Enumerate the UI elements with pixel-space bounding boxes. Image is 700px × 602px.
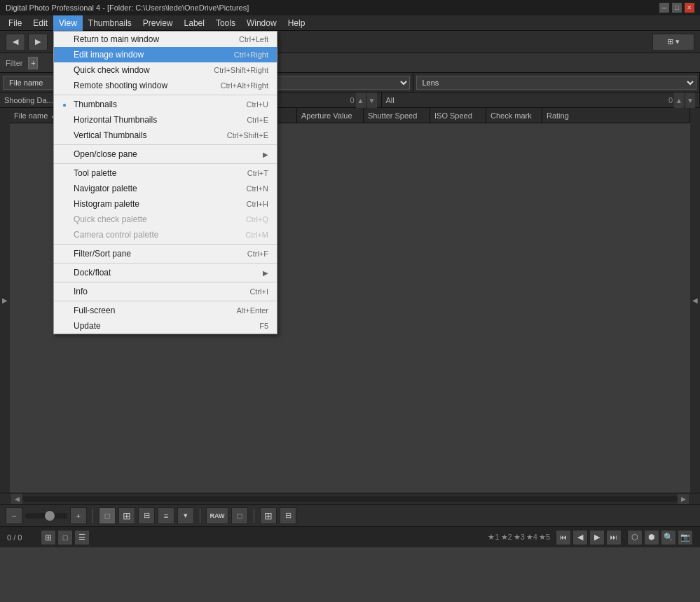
status-bar: 0 / 0 ⊞ □ ☰ ★1 ★2 ★3 ★4 ★5 ⏮ ◀ ▶ ⏭ ⬡ ⬢ 🔍… xyxy=(0,526,700,547)
menu-thumbnails[interactable]: Thumbnails xyxy=(83,15,137,31)
menu-thumbnails[interactable]: ● Thumbnails Ctrl+U xyxy=(54,97,277,112)
file-count: 0 / 0 xyxy=(7,533,35,542)
grid-btn2[interactable]: ⊟ xyxy=(280,507,296,524)
sep-7 xyxy=(54,301,277,301)
lens-scroll-up[interactable]: ▲ xyxy=(674,93,684,108)
menu-window[interactable]: Window xyxy=(241,15,282,31)
view-more-btn[interactable]: ▾ xyxy=(177,507,194,524)
menu-full-screen[interactable]: Full-screen Alt+Enter xyxy=(54,303,277,318)
view-list-btn[interactable]: ≡ xyxy=(158,507,174,524)
arrow-pane: ▶ xyxy=(263,151,268,158)
rating-label: ★1 xyxy=(488,533,499,542)
col-header-rating[interactable]: Rating xyxy=(542,108,690,123)
menu-tool-palette[interactable]: Tool palette Ctrl+T xyxy=(54,165,277,181)
menu-quick-check-palette[interactable]: Quick check palette Ctrl+Q xyxy=(54,212,277,227)
export-btn2[interactable]: ⬢ xyxy=(644,530,659,545)
menu-vertical-thumbnails[interactable]: Vertical Thumbnails Ctrl+Shift+E xyxy=(54,128,277,143)
close-button[interactable]: ✕ xyxy=(685,3,694,13)
camera-scroll-down[interactable]: ▼ xyxy=(367,93,377,108)
menu-edit-image-window[interactable]: Edit image window Ctrl+Right xyxy=(54,47,277,62)
raw-btn[interactable]: RAW xyxy=(206,507,228,524)
toolbar-btn-1[interactable]: ◀ xyxy=(6,34,25,50)
view-grid3-btn[interactable]: ⊟ xyxy=(138,507,155,524)
menu-tools[interactable]: Tools xyxy=(210,15,241,31)
nav-prev-btn[interactable]: ◀ xyxy=(572,530,588,545)
rating-nav-btns: ★1 ★2 ★3 ★4 ★5 xyxy=(488,533,550,542)
export-btns: ⬡ ⬢ 🔍 📷 xyxy=(627,530,693,545)
menu-dock-float[interactable]: Dock/float ▶ xyxy=(54,265,277,280)
camera-scroll-up[interactable]: ▲ xyxy=(356,93,366,108)
view-single-btn[interactable]: □ xyxy=(99,507,116,524)
menu-histogram-palette[interactable]: Histogram palette Ctrl+H xyxy=(54,196,277,212)
sep-2 xyxy=(54,144,277,145)
menu-horizontal-thumbnails[interactable]: Horizontal Thumbnails Ctrl+E xyxy=(54,112,277,128)
minimize-button[interactable]: ─ xyxy=(659,3,669,13)
lens-dropdown: Lens xyxy=(413,73,701,93)
sep-5 xyxy=(54,263,277,264)
view-dropdown-menu: Return to main window Ctrl+Left Edit ima… xyxy=(53,31,277,334)
menu-navigator-palette[interactable]: Navigator palette Ctrl+N xyxy=(54,181,277,196)
rating-label5: ★5 xyxy=(539,533,550,542)
zoom-slider-track[interactable] xyxy=(25,513,67,519)
lens-select[interactable]: Lens xyxy=(416,76,697,90)
title-bar-controls: ─ □ ✕ xyxy=(659,3,694,13)
menu-file[interactable]: File xyxy=(3,15,27,31)
zoom-in-btn[interactable]: + xyxy=(70,507,87,524)
separator-1 xyxy=(92,509,93,523)
nav-last-btn[interactable]: ⏭ xyxy=(606,530,622,545)
zoom-slider-thumb[interactable] xyxy=(45,511,55,521)
sep-1 xyxy=(54,95,277,95)
arrow-dock: ▶ xyxy=(263,269,268,277)
menu-view[interactable]: View xyxy=(53,15,83,31)
menu-info[interactable]: Info Ctrl+I xyxy=(54,284,277,299)
camera-count: 0 xyxy=(350,96,354,104)
col-header-shutter[interactable]: Shutter Speed xyxy=(364,108,430,123)
export-btn4[interactable]: 📷 xyxy=(678,530,693,545)
view-grid2-btn[interactable]: ⊞ xyxy=(118,507,135,524)
rating-label2: ★2 xyxy=(501,533,512,542)
menu-filter-sort-pane[interactable]: Filter/Sort pane Ctrl+F xyxy=(54,246,277,261)
menu-quick-check-window[interactable]: Quick check window Ctrl+Shift+Right xyxy=(54,62,277,78)
menu-open-close-pane[interactable]: Open/close pane ▶ xyxy=(54,146,277,162)
menu-preview[interactable]: Preview xyxy=(137,15,179,31)
page-list-btn[interactable]: ☰ xyxy=(74,530,90,545)
overlay-btn1[interactable]: □ xyxy=(231,507,248,524)
rating-label4: ★4 xyxy=(526,533,537,542)
zoom-out-btn[interactable]: − xyxy=(6,507,22,524)
bullet-thumbnails: ● xyxy=(62,101,74,109)
maximize-button[interactable]: □ xyxy=(672,3,682,13)
page-single-btn[interactable]: □ xyxy=(57,530,73,545)
grid-btn1[interactable]: ⊞ xyxy=(260,507,277,524)
left-collapse-btn[interactable]: ▶ xyxy=(0,108,10,493)
menu-return-to-main[interactable]: Return to main window Ctrl+Left xyxy=(54,32,277,47)
sep-3 xyxy=(54,163,277,164)
right-collapse-btn[interactable]: ◀ xyxy=(690,108,700,493)
page-grid-btn[interactable]: ⊞ xyxy=(41,530,56,545)
toolbar-btn-3[interactable]: ⊞ ▾ xyxy=(652,34,694,50)
nav-first-btn[interactable]: ⏮ xyxy=(556,530,571,545)
col-header-aperture[interactable]: Aperture Value xyxy=(297,108,364,123)
nav-next-btn[interactable]: ▶ xyxy=(589,530,605,545)
horizontal-scrollbar[interactable]: ◀ ▶ xyxy=(0,493,700,504)
menu-update[interactable]: Update F5 xyxy=(54,318,277,334)
menu-remote-shooting-window[interactable]: Remote shooting window Ctrl+Alt+Right xyxy=(54,78,277,93)
menu-label[interactable]: Label xyxy=(179,15,210,31)
sep-6 xyxy=(54,282,277,282)
col-header-checkmark[interactable]: Check mark xyxy=(486,108,542,123)
scroll-right-btn[interactable]: ▶ xyxy=(678,494,689,504)
lens-scroll-down[interactable]: ▼ xyxy=(685,93,695,108)
scroll-track[interactable] xyxy=(22,496,678,502)
scroll-left-btn[interactable]: ◀ xyxy=(11,494,22,504)
export-btn1[interactable]: ⬡ xyxy=(627,530,643,545)
menu-edit[interactable]: Edit xyxy=(27,15,53,31)
bottom-toolbar: − + □ ⊞ ⊟ ≡ ▾ RAW □ ⊞ ⊟ xyxy=(0,504,700,526)
separator-3 xyxy=(254,509,254,523)
title-bar-text: Digital Photo Professional 4 - [Folder: … xyxy=(6,4,249,12)
separator-2 xyxy=(200,509,200,523)
filter-btn[interactable]: + xyxy=(28,57,38,69)
menu-camera-control-palette[interactable]: Camera control palette Ctrl+M xyxy=(54,227,277,242)
menu-help[interactable]: Help xyxy=(282,15,311,31)
col-header-iso[interactable]: ISO Speed xyxy=(430,108,486,123)
export-btn3[interactable]: 🔍 xyxy=(661,530,676,545)
toolbar-btn-2[interactable]: ▶ xyxy=(28,34,48,50)
